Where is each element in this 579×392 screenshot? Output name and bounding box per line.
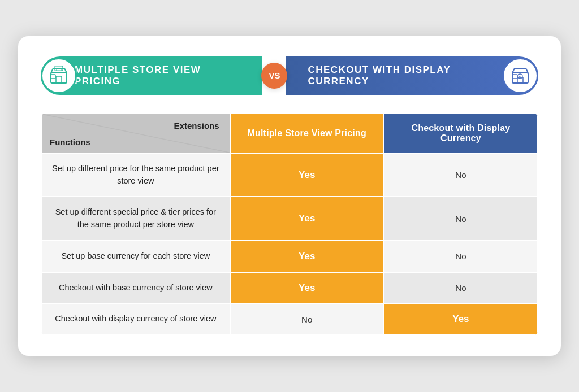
svg-rect-14 — [513, 75, 517, 79]
col1-cell: No — [230, 303, 384, 335]
col2-cell: No — [384, 241, 538, 272]
extensions-label: Extensions — [174, 121, 219, 130]
vs-label: VS — [269, 71, 280, 80]
col2-cell: No — [384, 197, 538, 241]
col2-header-label: Checkout with Display Currency — [411, 123, 510, 143]
table-header-row: Extensions Functions Multiple Store View… — [41, 114, 538, 153]
function-cell: Set up different special price & tier pr… — [41, 197, 230, 241]
comparison-table: Extensions Functions Multiple Store View… — [41, 113, 538, 336]
right-pill: Checkout with Display Currency — [286, 56, 538, 95]
table-row: Set up base currency for each store view… — [41, 241, 538, 272]
col1-cell: Yes — [230, 153, 384, 197]
svg-rect-4 — [51, 75, 55, 79]
col2-cell: No — [384, 153, 538, 197]
table-row: Set up different price for the same prod… — [41, 153, 538, 197]
right-pill-label: Checkout with Display Currency — [308, 64, 451, 86]
table-row: Checkout with base currency of store vie… — [41, 272, 538, 304]
left-store-icon — [41, 58, 77, 94]
col2-cell: No — [384, 272, 538, 304]
col1-cell: Yes — [230, 197, 384, 241]
th-functions: Extensions Functions — [41, 114, 230, 153]
col2-cell: Yes — [384, 303, 538, 335]
function-cell: Checkout with display currency of store … — [41, 303, 230, 335]
col1-cell: Yes — [230, 241, 384, 272]
right-store-icon: $ — [502, 58, 538, 94]
functions-label: Functions — [50, 137, 90, 147]
function-cell: Set up base currency for each store view — [41, 241, 230, 272]
vs-badge: VS — [261, 63, 287, 89]
comparison-header: Multiple Store View Pricing VS Checkout … — [41, 56, 538, 95]
table-row: Set up different special price & tier pr… — [41, 197, 538, 241]
table-row: Checkout with display currency of store … — [41, 303, 538, 335]
th-col1: Multiple Store View Pricing — [230, 114, 384, 153]
left-pill-label: Multiple Store View Pricing — [75, 64, 201, 86]
main-card: Multiple Store View Pricing VS Checkout … — [18, 36, 561, 356]
function-cell: Checkout with base currency of store vie… — [41, 272, 230, 304]
function-cell: Set up different price for the same prod… — [41, 153, 230, 197]
col1-cell: Yes — [230, 272, 384, 304]
col1-header-label: Multiple Store View Pricing — [247, 128, 366, 138]
th-col2: Checkout with Display Currency — [384, 114, 538, 153]
